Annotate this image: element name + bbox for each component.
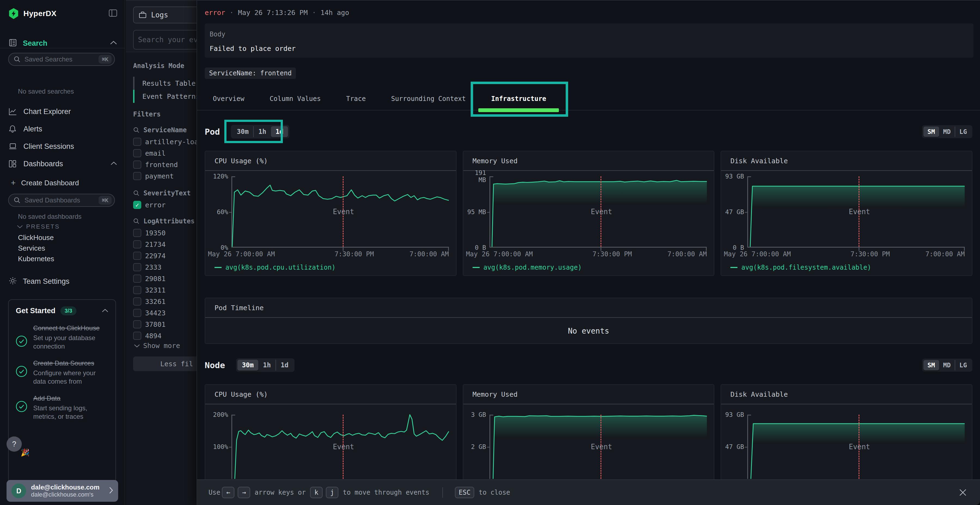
saved-dashboards-input[interactable]: Saved Dashboards ⌘K [8,194,115,207]
sidebar-item-team-settings[interactable]: Team Settings [9,274,69,288]
logs-source-icon [138,11,147,19]
checkbox [133,149,141,157]
mode-event-patterns[interactable]: Event Patterns [133,90,200,103]
show-more-button[interactable]: Show more [134,342,180,349]
search-section-icon [9,39,17,48]
severity-level: error [205,9,225,17]
collapse-sidebar-icon[interactable] [109,10,117,18]
no-saved-dashboards-text: No saved dashboards [18,213,81,221]
servicename-tag[interactable]: ServiceName: frontend [205,67,296,79]
event-marker-line: Event [343,414,344,479]
search-icon [133,218,140,224]
filter-group-severitytext[interactable]: SeverityText [133,189,191,197]
source-selector-button[interactable]: Logs [133,6,204,24]
pod-section-header: Pod 30m 1h 1d SM MD LG [197,120,980,143]
node-timerange-control: 30m 1h 1d [236,358,294,372]
event-detail-panel: error · May 26 7:13:26 PM · 14h ago Body… [197,0,980,505]
left-arrow-key[interactable]: ← [222,487,234,498]
tab-column-values[interactable]: Column Values [270,87,321,110]
avatar: D [11,483,26,498]
legend-line-swatch [473,267,480,268]
presets-toggle[interactable]: PRESETS [17,223,60,230]
chart-title: Disk Available [730,157,788,165]
hyperdx-logo-icon [8,8,19,20]
event-body-card: Body Failed to place order [205,24,974,58]
j-key[interactable]: j [326,487,338,498]
event-search-input[interactable]: Search your ev [133,30,204,49]
checklist-item-title: Connect to ClickHouse [33,324,102,332]
checklist-item[interactable]: Connect to ClickHouse Set up your databa… [16,324,108,351]
checklist-item[interactable]: Add Data Start sending logs, metrics, or… [16,394,108,421]
legend-line-swatch [215,267,221,268]
esc-key[interactable]: ESC [455,487,474,498]
chart-plot[interactable]: Event [490,176,707,248]
chart-legend: avg(k8s.pod.filesystem.available) [730,264,972,272]
preset-clickhouse[interactable]: ClickHouse [18,232,54,243]
check-circle-icon [16,335,27,347]
sidebar-item-label: Search [23,39,48,48]
sidebar-item-search[interactable]: Search [9,39,117,48]
filter-group-logattributes[interactable]: LogAttributes [133,218,195,225]
range-30m[interactable]: 30m [237,360,258,371]
k-key[interactable]: k [310,487,323,498]
y-axis-labels: 200%100% [205,414,231,479]
checkbox [133,138,141,146]
sidebar-item-alerts[interactable]: Alerts [9,120,117,138]
mode-results-table[interactable]: Results Table [133,77,200,90]
size-lg[interactable]: LG [955,127,971,137]
checklist-item[interactable]: Create Data Sources Configure where your… [16,359,108,386]
saved-dashboards-placeholder: Saved Dashboards [24,197,99,204]
tab-trace[interactable]: Trace [346,87,366,110]
close-icon[interactable] [959,488,967,497]
sidebar-item-dashboards[interactable]: Dashboards [9,155,117,173]
y-axis-labels: 3 GB2 GB [463,414,490,479]
node-cpu-chart-card: CPU Usage (%) 200%100% Event [205,384,457,483]
create-dashboard-button[interactable]: + Create Dashboard [11,176,79,189]
range-30m[interactable]: 30m [232,126,253,137]
filter-group-servicename[interactable]: ServiceName [133,126,187,134]
pod-timeline-title: Pod Timeline [215,304,264,312]
sidebar-item-chart-explorer[interactable]: Chart Explorer [9,103,117,120]
detail-tabs: Overview Column Values Trace Surrounding… [197,87,980,110]
saved-searches-input[interactable]: Saved Searches ⌘K [8,53,115,66]
chart-plot[interactable]: Event [490,414,707,479]
checkbox [133,320,141,329]
chart-line-icon [9,108,18,115]
chart-plot[interactable]: Event [747,414,965,479]
preset-services[interactable]: Services [18,243,54,254]
range-1h[interactable]: 1h [258,360,275,371]
chevron-up-icon[interactable] [102,308,108,313]
range-1d[interactable]: 1d [275,360,293,371]
chart-title: Disk Available [730,391,788,399]
chart-plot[interactable]: Event [747,176,965,248]
range-1h[interactable]: 1h [253,126,271,137]
tab-infrastructure[interactable]: Infrastructure [491,87,546,110]
preset-kubernetes[interactable]: Kubernetes [18,254,54,264]
help-button[interactable]: ? [6,437,22,452]
pod-timeline-card: Pod Timeline No events [205,298,972,344]
chart-plot[interactable]: Event [231,176,449,248]
node-charts-row: CPU Usage (%) 200%100% Event Memory Used… [197,384,980,483]
body-label: Body [210,30,969,38]
chart-title: Memory Used [473,391,518,399]
checkbox [133,172,141,180]
size-md[interactable]: MD [939,360,955,370]
tab-surrounding-context[interactable]: Surrounding Context [391,87,466,110]
chart-plot[interactable]: Event [231,414,449,479]
get-started-card: Get Started 3/3 Connect to ClickHouse Se… [8,299,116,486]
user-email: dale@clickhouse.com [31,483,100,491]
analysis-mode-label: Analysis Mode [133,62,184,70]
size-lg[interactable]: LG [955,360,971,370]
size-sm[interactable]: SM [923,127,939,137]
range-1d[interactable]: 1d [271,126,288,137]
chevron-right-icon [109,487,113,495]
node-disk-chart-card: Disk Available 93 GB47 GB Event [721,384,972,483]
sidebar-item-client-sessions[interactable]: Client Sessions [9,138,117,155]
size-md[interactable]: MD [939,127,955,137]
pod-charts-row: CPU Usage (%) 120%60%0% Event May 26 7:0… [197,151,980,276]
user-profile-button[interactable]: D dale@clickhouse.com dale@clickhouse.co… [6,480,118,502]
checklist-item-desc: Set up your database connection [33,333,102,351]
right-arrow-key[interactable]: → [238,487,250,498]
tab-overview[interactable]: Overview [213,87,245,110]
size-sm[interactable]: SM [923,360,939,370]
